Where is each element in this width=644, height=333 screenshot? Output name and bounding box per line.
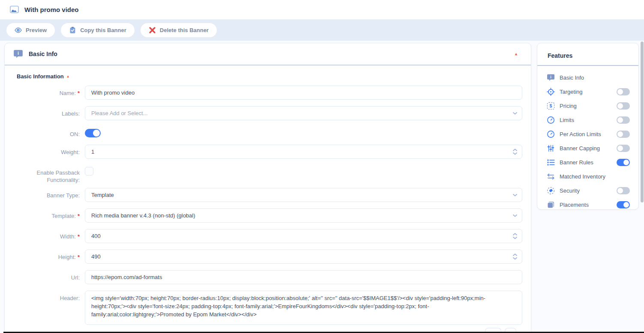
feature-item-per-action-limits[interactable]: Per Action Limits (547, 127, 630, 141)
required-asterisk: * (78, 213, 80, 219)
field-row-enable-passback: Enable Passback Functionality: (17, 165, 522, 184)
name-label: Name:* (17, 86, 80, 97)
toggle-knob (617, 103, 623, 109)
banner-type-select[interactable]: Template (85, 188, 522, 202)
url-input[interactable] (85, 270, 522, 284)
banner-rules-icon (547, 158, 555, 166)
eye-icon (15, 27, 22, 34)
feature-item-pricing[interactable]: $Pricing (547, 99, 630, 113)
weight-input[interactable] (85, 145, 522, 159)
delete-banner-button[interactable]: Delete this Banner (141, 23, 217, 37)
features-title: Features (548, 52, 572, 59)
banner-capping-toggle[interactable] (617, 145, 630, 152)
placements-toggle[interactable] (617, 201, 630, 208)
basic-info-icon: i (547, 74, 555, 82)
feature-label: Security (560, 187, 580, 194)
field-row-width: Width:* (17, 229, 522, 243)
cutoff-button[interactable] (505, 328, 516, 332)
toggle-knob (623, 160, 629, 165)
collapse-panel-caret[interactable]: ▲ (514, 52, 518, 56)
required-asterisk: * (78, 254, 80, 260)
basic-info-panel: i Basic Info ▲ Basic Information▲ Name:*… (4, 43, 531, 333)
enable-passback-label: Enable Passback Functionality: (17, 165, 80, 184)
on-toggle[interactable] (85, 129, 101, 137)
toolbar: PreviewCopy this BannerDelete this Banne… (0, 20, 644, 41)
feature-item-placements[interactable]: Placements (547, 198, 630, 212)
feature-label: Per Action Limits (560, 131, 601, 137)
panel-title: Basic Info (29, 51, 57, 57)
required-asterisk: * (78, 90, 80, 96)
svg-text:i: i (18, 51, 19, 56)
x-mark-icon (149, 27, 156, 34)
basic-info-panel-header: i Basic Info ▲ (5, 43, 531, 65)
info-bubble-icon: i (13, 49, 23, 59)
field-row-banner-type: Banner Type:Template (17, 188, 522, 202)
banner-type-label: Banner Type: (17, 188, 80, 199)
banner-rules-toggle[interactable] (617, 159, 630, 166)
width-label: Width:* (17, 229, 80, 240)
height-input[interactable] (85, 250, 522, 264)
feature-item-targeting[interactable]: Targeting (547, 85, 630, 99)
feature-item-banner-rules[interactable]: Banner Rules (547, 155, 630, 169)
app-header: With promo video (0, 0, 644, 20)
field-row-header: Header: (17, 291, 522, 327)
features-header: Features (537, 43, 638, 66)
feature-item-security[interactable]: Security (547, 184, 630, 198)
per-action-limits-toggle[interactable] (617, 131, 630, 138)
toggle-knob (617, 131, 623, 137)
banner-icon (9, 5, 19, 15)
template-select-value: Rich media banner v.4.3 (non-std) (globa… (91, 212, 195, 219)
url-label: Url: (17, 270, 80, 281)
button-label: Delete this Banner (160, 27, 209, 33)
field-row-name: Name:* (17, 86, 522, 100)
field-row-on: ON: (17, 127, 522, 138)
chevron-down-icon (513, 112, 517, 115)
vertical-scrollbar-thumb[interactable] (641, 42, 644, 202)
field-row-height: Height:* (17, 250, 522, 264)
width-input[interactable] (85, 229, 522, 243)
template-select[interactable]: Rich media banner v.4.3 (non-std) (globa… (85, 208, 522, 223)
height-stepper[interactable] (513, 253, 517, 260)
feature-label: Limits (560, 117, 574, 123)
chevron-down-icon (513, 194, 517, 196)
width-stepper[interactable] (513, 233, 517, 239)
section-title: Basic Information▲ (17, 73, 522, 80)
svg-text:i: i (550, 75, 551, 79)
feature-item-matched-inventory[interactable]: Matched Inventory (547, 169, 630, 184)
feature-item-basic-info[interactable]: iBasic Info (547, 71, 630, 85)
toggle-knob (617, 188, 623, 193)
svg-text:$: $ (550, 104, 552, 108)
field-row-labels: Labels:Please Add or Select... (17, 106, 522, 120)
weight-label: Weight: (17, 145, 80, 156)
field-row-template: Template:*Rich media banner v.4.3 (non-s… (17, 208, 522, 223)
cutoff-button[interactable] (485, 328, 501, 332)
pricing-toggle[interactable] (617, 102, 630, 110)
copy-banner-button[interactable]: Copy this Banner (61, 23, 135, 37)
feature-item-banner-capping[interactable]: Banner Capping (547, 141, 630, 155)
limits-toggle[interactable] (617, 116, 630, 124)
collapse-section-caret[interactable]: ▲ (66, 74, 70, 78)
name-input[interactable] (85, 86, 522, 100)
security-toggle[interactable] (617, 187, 630, 194)
toggle-knob (617, 89, 623, 95)
height-label: Height:* (17, 250, 80, 261)
labels-select[interactable]: Please Add or Select... (85, 106, 522, 120)
field-row-url: Url: (17, 270, 522, 284)
enable-passback-checkbox[interactable] (85, 167, 93, 175)
required-asterisk: * (78, 233, 80, 240)
header-textarea[interactable] (85, 291, 522, 325)
matched-inventory-icon (547, 172, 555, 181)
feature-label: Pricing (560, 103, 577, 109)
on-label: ON: (17, 127, 80, 138)
targeting-toggle[interactable] (617, 88, 630, 95)
limits-icon (547, 130, 555, 138)
preview-button[interactable]: Preview (6, 23, 55, 37)
chevron-down-icon (513, 214, 517, 217)
basic-info-form: Name:*Labels:Please Add or Select...ON:W… (17, 86, 522, 327)
toggle-knob (617, 146, 623, 151)
feature-item-limits[interactable]: Limits (547, 113, 630, 127)
toggle-knob (623, 202, 629, 208)
feature-label: Targeting (560, 89, 582, 95)
weight-stepper[interactable] (513, 149, 517, 155)
labels-select-value: Please Add or Select... (91, 110, 148, 116)
